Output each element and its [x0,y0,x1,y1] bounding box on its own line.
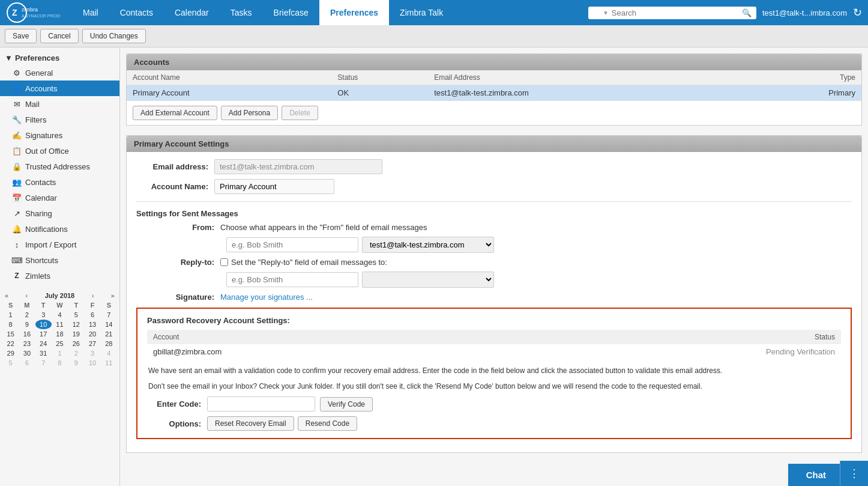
tab-contacts[interactable]: Contacts [109,0,164,25]
cal-day[interactable]: 15 [2,329,19,339]
refresh-button[interactable]: ↻ [853,6,862,19]
cal-day[interactable]: 26 [68,339,84,348]
verify-code-button[interactable]: Verify Code [320,397,373,412]
cal-day[interactable]: 23 [19,339,35,348]
cal-day[interactable]: 31 [35,348,52,358]
settings-body: Email address: Account Name: Settings fo… [127,152,861,452]
account-name-row: Account Name: [136,179,852,194]
sidebar-item-sharing[interactable]: ↗ Sharing [0,205,119,221]
cal-day[interactable]: 30 [19,348,35,358]
cal-day[interactable]: 9 [68,358,84,368]
cal-day[interactable]: 3 [84,348,100,358]
from-email-select[interactable]: test1@talk-test.zimbra.com [362,237,494,253]
cal-day[interactable]: 11 [101,358,117,368]
cal-day[interactable]: 5 [68,310,84,320]
cal-next-next[interactable]: » [111,292,115,299]
account-name-input[interactable] [214,179,334,194]
cal-day[interactable]: 14 [101,320,117,329]
cal-day[interactable]: 8 [2,320,19,329]
replyto-name-input[interactable] [226,272,358,287]
cal-day[interactable]: 19 [68,329,84,339]
resend-code-button[interactable]: Resend Code [298,416,357,431]
tab-briefcase[interactable]: Briefcase [263,0,319,25]
cal-day[interactable]: 25 [52,339,68,348]
cal-day[interactable]: 22 [2,339,19,348]
cal-day[interactable]: 2 [68,348,84,358]
save-button[interactable]: Save [5,29,37,43]
tab-calendar[interactable]: Calendar [164,0,220,25]
tab-preferences[interactable]: Preferences [319,0,389,25]
enter-code-input[interactable] [207,396,315,412]
email-address-row: Email address: [136,159,852,174]
cal-day[interactable]: 17 [35,329,52,339]
sidebar-item-general[interactable]: ⚙ General [0,65,119,80]
chat-button[interactable]: Chat [788,464,844,486]
from-name-input[interactable] [226,237,358,252]
cal-day[interactable]: 28 [101,339,117,348]
add-external-account-button[interactable]: Add External Account [133,106,217,120]
cal-day[interactable]: 12 [68,320,84,329]
cal-day[interactable]: 20 [84,329,100,339]
tab-zimbra-talk[interactable]: Zimbra Talk [389,0,454,25]
cal-day[interactable]: 6 [19,358,35,368]
recovery-col-account: Account [147,330,493,344]
sidebar-item-trusted-addresses[interactable]: 🔒 Trusted Addresses [0,159,119,174]
table-row[interactable]: Primary Account OK test1@talk-test.zimbr… [127,85,861,101]
cal-day[interactable]: 8 [52,358,68,368]
sidebar-item-mail[interactable]: ✉ Mail [0,96,119,112]
add-persona-button[interactable]: Add Persona [221,106,278,120]
search-input[interactable] [612,8,739,17]
sidebar-item-accounts[interactable]: 👤 Accounts [0,80,119,96]
search-box[interactable]: ✉ ▼ 🔍 [588,7,756,19]
cal-day[interactable]: 21 [101,329,117,339]
cal-prev[interactable]: ‹ [26,292,28,299]
cal-day[interactable]: 16 [19,329,35,339]
cal-day[interactable]: 4 [101,348,117,358]
replyto-email-select[interactable] [362,272,494,288]
sidebar-item-signatures[interactable]: ✍ Signatures [0,127,119,143]
mini-calendar: « ‹ July 2018 › » SMTWTFS 1 2 3 4 [0,287,119,371]
sidebar-item-contacts[interactable]: 👥 Contacts [0,174,119,190]
cal-prev-prev[interactable]: « [5,292,8,299]
cal-day[interactable]: 4 [52,310,68,320]
sidebar-item-import-export[interactable]: ↕ Import / Export [0,237,119,252]
sidebar-item-filters[interactable]: 🔧 Filters [0,112,119,127]
cal-day[interactable]: 9 [19,320,35,329]
cal-day[interactable]: 3 [35,310,52,320]
cal-day[interactable]: 7 [101,310,117,320]
cal-day-today[interactable]: 10 [35,320,52,329]
cal-day[interactable]: 1 [52,348,68,358]
dropdown-icon[interactable]: ▼ [603,10,609,16]
cal-day[interactable]: 27 [84,339,100,348]
replyto-checkbox-label[interactable]: Set the "Reply-to" field of email messag… [220,258,387,267]
cal-day[interactable]: 11 [52,320,68,329]
sidebar-item-zimlets[interactable]: Z Zimlets [0,268,119,284]
sidebar-item-out-of-office[interactable]: 📋 Out of Office [0,143,119,159]
undo-changes-button[interactable]: Undo Changes [82,29,146,43]
cal-day[interactable]: 5 [2,358,19,368]
chat-more-button[interactable]: ⋮ [840,461,868,486]
cal-day[interactable]: 10 [84,358,100,368]
replyto-checkbox[interactable] [220,258,228,266]
cal-day[interactable]: 6 [84,310,100,320]
tab-tasks[interactable]: Tasks [220,0,263,25]
manage-signatures-link[interactable]: Manage your signatures ... [220,293,313,302]
sidebar-item-shortcuts[interactable]: ⌨ Shortcuts [0,252,119,268]
cal-day[interactable]: 7 [35,358,52,368]
reset-recovery-email-button[interactable]: Reset Recovery Email [207,416,294,431]
cal-next[interactable]: › [92,292,94,299]
cal-day[interactable]: 1 [2,310,19,320]
cal-day[interactable]: 2 [19,310,35,320]
delete-button[interactable]: Delete [282,106,318,120]
cal-day[interactable]: 24 [35,339,52,348]
cal-day[interactable]: 29 [2,348,19,358]
user-label[interactable]: test1@talk-t...imbra.com [762,8,847,17]
tab-mail[interactable]: Mail [72,0,109,25]
zimbra-logo: Z zimbra A SYNACOR PRODUCT [6,2,60,23]
cal-day[interactable]: 13 [84,320,100,329]
cancel-button[interactable]: Cancel [40,29,78,43]
sidebar-header[interactable]: ▼ Preferences [0,51,119,65]
cal-day[interactable]: 18 [52,329,68,339]
sidebar-item-notifications[interactable]: 🔔 Notifications [0,221,119,237]
sidebar-item-calendar[interactable]: 📅 Calendar [0,190,119,205]
